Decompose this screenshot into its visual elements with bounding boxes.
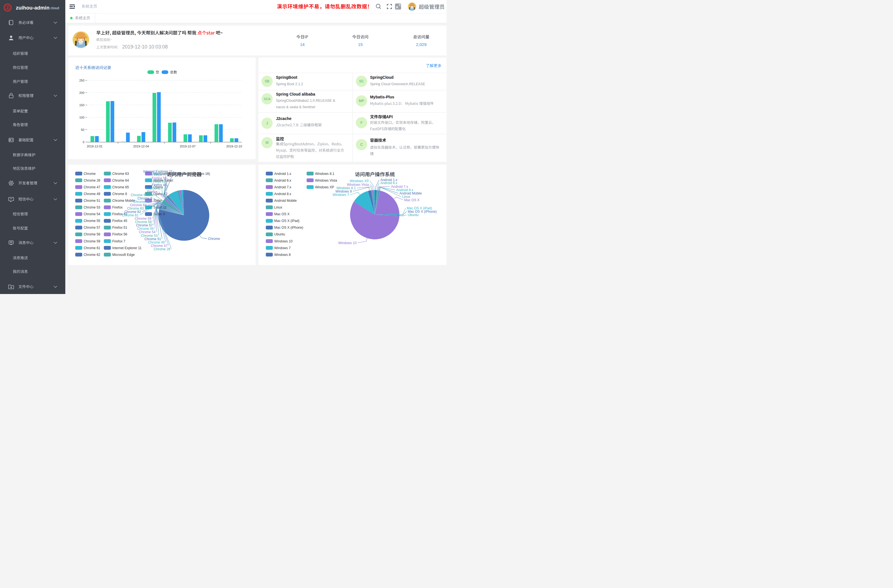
svg-text:Chrome 51: Chrome 51 bbox=[84, 199, 100, 203]
svg-text:2019-12-10 10:03:08: 2019-12-10 10:03:08 bbox=[122, 44, 168, 50]
svg-text:Ubuntu: Ubuntu bbox=[274, 232, 285, 236]
svg-text:Chrome 64: Chrome 64 bbox=[113, 179, 129, 182]
svg-text:J2cache: J2cache bbox=[276, 116, 292, 121]
svg-text:Windows 7: Windows 7 bbox=[333, 193, 349, 197]
svg-text:Spring Cloud alibaba: Spring Cloud alibaba bbox=[276, 92, 315, 96]
svg-text:2019-12-01: 2019-12-01 bbox=[87, 144, 102, 148]
svg-text:Android 7.x: Android 7.x bbox=[274, 185, 291, 189]
svg-text:50: 50 bbox=[81, 128, 84, 131]
svg-text:Firefox 56: Firefox 56 bbox=[113, 232, 128, 236]
svg-text:Chrome 57: Chrome 57 bbox=[84, 226, 100, 230]
svg-text:14: 14 bbox=[300, 42, 305, 47]
svg-text:2019-12-04: 2019-12-04 bbox=[133, 144, 149, 148]
svg-text:Android Mobile: Android Mobile bbox=[274, 199, 296, 203]
svg-text:Android 1.x: Android 1.x bbox=[274, 172, 291, 176]
svg-text:Internet Explorer 11: Internet Explorer 11 bbox=[113, 246, 142, 250]
svg-text:Windows Vista: Windows Vista bbox=[315, 179, 337, 182]
svg-text:150: 150 bbox=[79, 104, 84, 107]
svg-text:C: C bbox=[360, 143, 363, 147]
svg-text:100: 100 bbox=[79, 116, 84, 119]
svg-text:Windows 7: Windows 7 bbox=[274, 246, 291, 250]
svg-text:Chrome Mobile: Chrome Mobile bbox=[113, 199, 135, 203]
svg-text:Firefox 51: Firefox 51 bbox=[113, 226, 128, 230]
svg-text:Chrome 26: Chrome 26 bbox=[84, 179, 100, 182]
svg-text:nacos & seata & Sentinel: nacos & seata & Sentinel bbox=[276, 105, 315, 109]
svg-text:Firefox 7: Firefox 7 bbox=[113, 239, 126, 243]
svg-text:Chrome 8: Chrome 8 bbox=[113, 192, 127, 196]
svg-text:Mybatis-Plus: Mybatis-Plus bbox=[370, 95, 394, 99]
svg-text:Chrome 49: Chrome 49 bbox=[84, 192, 100, 196]
svg-text:2019-12-07: 2019-12-07 bbox=[180, 144, 195, 148]
svg-text:Firefox 45: Firefox 45 bbox=[113, 219, 128, 223]
svg-text:Windows 8: Windows 8 bbox=[274, 253, 291, 257]
svg-text:Mac OS X (iPad): Mac OS X (iPad) bbox=[274, 219, 299, 223]
svg-text:Chrome 54: Chrome 54 bbox=[84, 212, 100, 216]
svg-text:2019-12-10: 2019-12-10 bbox=[226, 144, 242, 148]
svg-text:Firefox: Firefox bbox=[113, 205, 123, 209]
svg-text:Chrome 58: Chrome 58 bbox=[84, 232, 100, 236]
svg-text:Linux: Linux bbox=[274, 205, 282, 209]
svg-text:2,029: 2,029 bbox=[416, 42, 427, 47]
svg-text:F: F bbox=[361, 121, 363, 125]
svg-text:A: A bbox=[396, 5, 398, 9]
svg-text:Windows 10: Windows 10 bbox=[274, 239, 293, 243]
svg-text:Android 6.x: Android 6.x bbox=[274, 179, 291, 182]
svg-text:Spring Cloud Greenwich.RELEASE: Spring Cloud Greenwich.RELEASE bbox=[370, 82, 425, 86]
svg-text:J: J bbox=[266, 121, 268, 125]
svg-text:Microsoft Edge: Microsoft Edge bbox=[113, 253, 135, 257]
svg-text:0: 0 bbox=[83, 140, 84, 144]
svg-text:Chrome 61: Chrome 61 bbox=[84, 246, 100, 250]
svg-text:Windows 8.1: Windows 8.1 bbox=[315, 172, 334, 176]
svg-text:SpringBoot: SpringBoot bbox=[276, 75, 298, 80]
svg-text:SC: SC bbox=[359, 79, 364, 83]
svg-text:200: 200 bbox=[79, 91, 84, 95]
svg-text:SpringCloudAlibaba2.1.0.RELEAS: SpringCloudAlibaba2.1.0.RELEASE & bbox=[276, 99, 335, 102]
svg-text:Chrome 63: Chrome 63 bbox=[113, 172, 129, 176]
svg-text:Spring Boot 2.1.2: Spring Boot 2.1.2 bbox=[276, 82, 303, 86]
svg-text:SB: SB bbox=[265, 79, 269, 83]
svg-text:Ubuntu: Ubuntu bbox=[408, 213, 419, 217]
svg-text:Chrome 55: Chrome 55 bbox=[84, 219, 100, 223]
svg-text:Chrome 53: Chrome 53 bbox=[84, 205, 100, 209]
svg-text:Chrome 65: Chrome 65 bbox=[113, 185, 129, 189]
svg-text:cloud: cloud bbox=[50, 6, 59, 10]
svg-text:SCA: SCA bbox=[264, 97, 271, 101]
svg-text:MP: MP bbox=[359, 99, 364, 103]
svg-text:Chrome: Chrome bbox=[84, 172, 96, 176]
svg-text:250: 250 bbox=[79, 79, 84, 82]
svg-text:Mac OS X: Mac OS X bbox=[274, 212, 290, 216]
svg-text:Z: Z bbox=[6, 5, 9, 10]
svg-text:Chrome: Chrome bbox=[208, 237, 220, 241]
svg-text:zuihou-admin: zuihou-admin bbox=[16, 5, 50, 11]
svg-text:Windows 10: Windows 10 bbox=[338, 241, 357, 245]
svg-text:Android 8.x: Android 8.x bbox=[274, 192, 291, 196]
svg-text:Mac OS X (iPhone): Mac OS X (iPhone) bbox=[274, 226, 303, 230]
svg-text:Chrome 59: Chrome 59 bbox=[84, 239, 100, 243]
svg-text:15: 15 bbox=[358, 42, 363, 47]
svg-text:Mac OS X: Mac OS X bbox=[404, 198, 419, 202]
svg-text:M: M bbox=[266, 141, 269, 144]
svg-text:Chrome 62: Chrome 62 bbox=[84, 253, 100, 257]
svg-text:SpringCloud: SpringCloud bbox=[370, 75, 394, 80]
svg-text:Windows XP: Windows XP bbox=[315, 185, 334, 189]
svg-text:Chrome 47: Chrome 47 bbox=[84, 185, 100, 189]
svg-text:Chrome 26: Chrome 26 bbox=[153, 247, 170, 251]
